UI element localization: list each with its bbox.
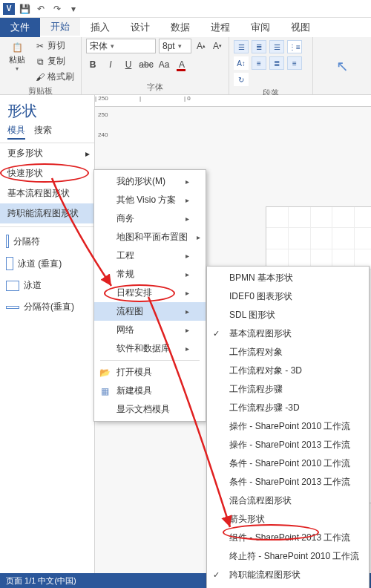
pane-tab-search[interactable]: 搜索: [34, 124, 52, 140]
underline-button[interactable]: U: [122, 58, 135, 71]
swimlane-h-shape-icon: [6, 281, 19, 291]
font-name-combo[interactable]: 宋体▾: [86, 39, 156, 53]
submenu-idef0[interactable]: IDEF0 图表形状: [207, 287, 369, 306]
paste-icon: 📋: [8, 41, 26, 54]
copy-button[interactable]: ⧉复制: [33, 54, 76, 68]
stencil-swimlane-vertical[interactable]: 泳道 (垂直): [0, 252, 94, 275]
italic-button[interactable]: I: [104, 58, 117, 71]
menu-engineering[interactable]: 工程▸: [94, 246, 206, 265]
swimlane-shape-icon: [6, 257, 13, 270]
save-icon[interactable]: 💾: [18, 2, 31, 16]
redo-icon[interactable]: ↷: [50, 2, 64, 16]
align-top-button[interactable]: ☰: [234, 40, 249, 53]
submenu-workflow-objects-3d[interactable]: 工作流程对象 - 3D: [207, 362, 369, 380]
tab-home[interactable]: 开始: [40, 18, 80, 37]
status-text: 页面 1/1 中文(中国): [6, 575, 76, 587]
submenu-arrow-shapes[interactable]: 箭头形状: [207, 510, 369, 529]
submenu-mixed-flowchart[interactable]: 混合流程图形状: [207, 491, 369, 510]
submenu-crossfunc-flowchart[interactable]: ✓跨职能流程图形状: [207, 566, 369, 584]
stencil-separator[interactable]: 分隔符: [0, 230, 94, 252]
align-right-button[interactable]: ≡: [287, 56, 302, 70]
align-center-button[interactable]: ≣: [269, 56, 284, 70]
menu-network[interactable]: 网络▸: [94, 321, 206, 339]
pane-tab-stencils[interactable]: 模具: [7, 124, 25, 140]
submenu-sp2010-conditions[interactable]: 条件 - SharePoint 2010 工作流: [207, 454, 369, 473]
menu-other-visio[interactable]: 其他 Visio 方案▸: [94, 191, 206, 209]
tab-design[interactable]: 设计: [120, 18, 160, 37]
menu-schedule[interactable]: 日程安排▸: [94, 284, 206, 302]
format-painter-button[interactable]: 🖌格式刷: [33, 70, 76, 84]
chevron-down-icon: ▾: [16, 65, 19, 72]
submenu-workflow-steps-3d[interactable]: 工作流程步骤 -3D: [207, 399, 369, 417]
align-middle-button[interactable]: ≣: [252, 40, 266, 53]
stencil-label: 分隔符: [13, 235, 40, 248]
submenu-workflow-objects[interactable]: 工作流程对象: [207, 343, 369, 362]
text-direction-button[interactable]: A↕: [234, 56, 249, 70]
separator-shape-icon: [6, 235, 9, 248]
cut-button[interactable]: ✂剪切: [33, 39, 76, 53]
tab-review[interactable]: 审阅: [240, 18, 280, 37]
stencil-swimlane[interactable]: 泳道: [0, 275, 94, 296]
menu-map-floorplan[interactable]: 地图和平面布置图▸: [94, 228, 206, 246]
chevron-right-icon: ▸: [186, 326, 189, 334]
chevron-right-icon: ▸: [186, 196, 189, 204]
menu-new-stencil[interactable]: ▦新建模具: [94, 382, 206, 400]
basic-flowchart-item[interactable]: 基本流程图形状: [0, 183, 94, 203]
stencil-label: 分隔符(垂直): [24, 301, 74, 313]
menu-general[interactable]: 常规▸: [94, 265, 206, 284]
cut-label: 剪切: [47, 39, 65, 52]
bullets-button[interactable]: ⋮≡: [287, 40, 302, 53]
flowchart-submenu: BPMN 基本形状 IDEF0 图表形状 SDL 图形状 ✓基本流程图形状 工作…: [206, 266, 370, 588]
undo-icon[interactable]: ↶: [34, 2, 47, 16]
more-shapes-item[interactable]: 更多形状▸: [0, 143, 94, 163]
paste-button[interactable]: 📋 粘贴 ▾: [4, 39, 30, 73]
submenu-sp2010-actions[interactable]: 操作 - SharePoint 2010 工作流: [207, 417, 369, 436]
quick-shapes-item[interactable]: 快速形状: [0, 163, 94, 183]
menu-separator: [100, 360, 200, 361]
folder-open-icon: 📂: [99, 368, 111, 378]
copy-icon: ⧉: [35, 56, 45, 67]
align-left-button[interactable]: ≡: [252, 56, 266, 70]
bold-button[interactable]: B: [86, 58, 99, 71]
font-name-value: 宋体: [90, 40, 108, 53]
more-shapes-label: 更多形状: [7, 147, 43, 160]
rotate-text-button[interactable]: ↻: [234, 73, 249, 86]
submenu-workflow-steps[interactable]: 工作流程步骤: [207, 380, 369, 399]
submenu-basic-flowchart[interactable]: ✓基本流程图形状: [207, 324, 369, 343]
align-bottom-button[interactable]: ☰: [269, 40, 284, 53]
tab-insert[interactable]: 插入: [80, 18, 120, 37]
chevron-right-icon: ▸: [186, 215, 189, 223]
menu-show-doc-stencil[interactable]: 显示文档模具: [94, 400, 206, 419]
tab-file[interactable]: 文件: [0, 18, 40, 37]
submenu-department[interactable]: 部门: [207, 584, 369, 588]
chevron-right-icon: ▸: [186, 252, 189, 260]
pointer-tool-icon[interactable]: ↖: [336, 57, 349, 75]
submenu-sp2013-actions[interactable]: 操作 - SharePoint 2013 工作流: [207, 436, 369, 454]
submenu-sp2013-conditions[interactable]: 条件 - SharePoint 2013 工作流: [207, 473, 369, 491]
ribbon-group-clipboard: 📋 粘贴 ▾ ✂剪切 ⧉复制 🖌格式刷 剪贴板: [0, 37, 82, 94]
tab-process[interactable]: 进程: [200, 18, 240, 37]
shrink-font-icon[interactable]: A▾: [211, 39, 224, 53]
submenu-bpmn[interactable]: BPMN 基本形状: [207, 269, 369, 287]
crossfunc-flowchart-item[interactable]: 跨职能流程图形状: [0, 203, 94, 223]
tab-data[interactable]: 数据: [160, 18, 200, 37]
submenu-sdl[interactable]: SDL 图形状: [207, 306, 369, 324]
submenu-sp2013-components[interactable]: 组件 - SharePoint 2013 工作流: [207, 529, 369, 547]
chevron-right-icon: ▸: [186, 177, 189, 186]
quick-access-toolbar: V 💾 ↶ ↷ ▾: [0, 0, 371, 18]
chevron-right-icon: ▸: [186, 289, 189, 297]
menu-open-stencil[interactable]: 📂打开模具: [94, 363, 206, 382]
grow-font-icon[interactable]: A▴: [194, 39, 208, 53]
strike-button[interactable]: abc: [139, 58, 153, 71]
qat-customize-icon[interactable]: ▾: [67, 2, 80, 16]
font-size-combo[interactable]: 8pt▾: [159, 39, 191, 53]
menu-flowchart[interactable]: 流程图▸: [94, 302, 206, 321]
menu-my-shapes[interactable]: 我的形状(M)▸: [94, 172, 206, 191]
tab-view[interactable]: 视图: [280, 18, 321, 37]
change-case-button[interactable]: Aa: [157, 58, 171, 71]
submenu-sp2010-terminators[interactable]: 终止符 - SharePoint 2010 工作流: [207, 547, 369, 566]
menu-software-db[interactable]: 软件和数据库▸: [94, 339, 206, 358]
stencil-separator-vertical[interactable]: 分隔符(垂直): [0, 296, 94, 318]
font-color-button[interactable]: A: [175, 58, 188, 71]
menu-business[interactable]: 商务▸: [94, 209, 206, 228]
